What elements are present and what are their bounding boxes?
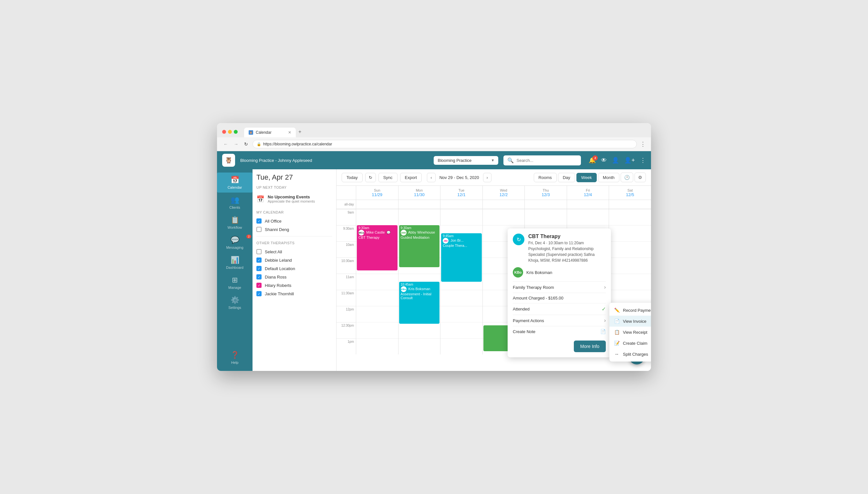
day-col-sun[interactable]: 9:30am MCa Mike Castle 💬 CBT Therapy: [356, 209, 398, 355]
checkbox-jackie[interactable]: ✓: [256, 291, 261, 296]
forward-btn[interactable]: →: [233, 140, 240, 148]
calendar-item-hilary[interactable]: ✓ Hilary Roberts: [256, 281, 332, 289]
visibility-btn[interactable]: 👁: [601, 157, 607, 164]
sidebar-item-messaging[interactable]: 💬 2 Messaging: [217, 233, 253, 253]
refresh-btn[interactable]: ↻: [365, 173, 376, 182]
notifications-btn[interactable]: 🔔 2: [589, 157, 596, 164]
event-kris-boksman-mon[interactable]: 10:45am KBo Kris Boksman Assessment - In…: [399, 282, 440, 324]
reload-btn[interactable]: ↻: [243, 140, 249, 148]
checkbox-all-office[interactable]: ✓: [256, 218, 261, 224]
maximize-window-btn[interactable]: [234, 130, 238, 134]
event-type: Guided Meditation: [401, 235, 438, 240]
time-1030am: 10:30am: [336, 258, 356, 274]
allday-sun: [356, 200, 398, 209]
settings-cal-btn[interactable]: ⚙: [634, 173, 646, 182]
sidebar-item-manage[interactable]: ⊞ Manage: [217, 273, 253, 293]
sidebar-label-workflow: Workflow: [227, 226, 242, 229]
checkbox-debbie[interactable]: ✓: [256, 258, 261, 263]
next-week-btn[interactable]: ›: [483, 173, 492, 182]
export-btn[interactable]: Export: [400, 173, 422, 182]
header-menu-btn[interactable]: ⋮: [640, 157, 646, 164]
new-tab-btn[interactable]: +: [296, 126, 304, 137]
sidebar-item-calendar[interactable]: 📅 Calendar: [217, 173, 253, 193]
calendar-item-debbie[interactable]: ✓ Debbie Leland: [256, 256, 332, 264]
dashboard-icon: 📊: [231, 256, 239, 264]
submenu-split-charges[interactable]: ↔️ Split Charges: [609, 348, 651, 360]
sidebar-item-help[interactable]: ❓ Help: [217, 348, 253, 368]
popup-amount-label: Amount Charged - $165.00: [513, 296, 564, 301]
checkbox-shanni-deng[interactable]: [256, 227, 261, 232]
prev-week-btn[interactable]: ‹: [427, 173, 435, 182]
checkbox-diana[interactable]: ✓: [256, 274, 261, 280]
address-bar[interactable]: 🔒 https://blooming.owlpractice.ca/calend…: [253, 140, 637, 148]
event-abby-winehouse[interactable]: 9:30am AWi Abby Winehouse Guided Meditat…: [399, 225, 440, 267]
app: 🦉 Blooming Practice - Johnny Appleseed B…: [217, 151, 651, 371]
back-btn[interactable]: ←: [222, 140, 229, 148]
tab-close-btn[interactable]: ✕: [288, 130, 291, 135]
checkbox-default-location[interactable]: ✓: [256, 266, 261, 271]
url-display: https://blooming.owlpractice.ca/calendar: [263, 142, 332, 146]
checkbox-hilary[interactable]: ✓: [256, 283, 261, 288]
calendar-item-all-office[interactable]: ✓ All Office: [256, 217, 332, 225]
add-user-btn[interactable]: 👤+: [624, 157, 635, 164]
submenu-label-view-receipt: View Receipt: [623, 330, 648, 335]
header-search[interactable]: 🔍: [504, 155, 581, 166]
submenu-create-claim[interactable]: 📝 Create Claim: [609, 338, 651, 348]
more-info-btn[interactable]: More Info: [574, 341, 606, 352]
submenu-view-receipt[interactable]: 📋 View Receipt: [609, 327, 651, 338]
calendar-item-default-location[interactable]: ✓ Default Location: [256, 264, 332, 273]
search-input[interactable]: [516, 158, 577, 163]
sidebar-item-clients[interactable]: 👥 Clients: [217, 193, 253, 213]
popup-payment-row[interactable]: Payment Actions ›: [513, 315, 606, 326]
rooms-btn[interactable]: Rooms: [534, 173, 557, 182]
up-next-label: Up Next Today: [256, 186, 332, 189]
submenu-record-payment[interactable]: ✏️ Record Payment: [609, 305, 651, 316]
minimize-window-btn[interactable]: [228, 130, 232, 134]
cal-scroll-body[interactable]: 9am 9:30am 10am 10:30am 11am 11:30am 12p…: [336, 209, 651, 371]
therapy-icon: ↻: [513, 233, 525, 245]
active-tab[interactable]: 🦉 Calendar ✕: [244, 128, 296, 137]
day-col-tue[interactable]: 9:45am JBr Jon Br... Couple Thera...: [440, 209, 482, 355]
popup-room-row[interactable]: Family Therapy Room ›: [513, 281, 606, 293]
today-btn[interactable]: Today: [342, 173, 363, 182]
clients-icon-btn[interactable]: 👤: [612, 157, 619, 164]
event-time: 9:30am: [401, 226, 438, 230]
practice-selector[interactable]: Blooming Practice ▼: [434, 156, 498, 165]
messaging-icon: 💬: [231, 236, 239, 244]
calendar-toolbar: Today ↻ Sync Export ‹ Nov 29 - Dec 5, 20…: [336, 169, 651, 186]
popup-note-row[interactable]: Create Note 📄: [513, 326, 606, 337]
time-1pm: 1pm: [336, 338, 356, 355]
checkbox-select-all[interactable]: [256, 249, 261, 254]
sidebar-item-settings[interactable]: ⚙️ Settings: [217, 293, 253, 313]
history-btn[interactable]: 🕐: [620, 173, 633, 182]
browser-menu-btn[interactable]: ⋮: [640, 140, 646, 148]
calendar-item-diana[interactable]: ✓ Diana Ross: [256, 273, 332, 281]
calendar-item-shanni-deng[interactable]: Shanni Deng: [256, 225, 332, 233]
submenu-label-create-claim: Create Claim: [623, 341, 648, 346]
event-mike-castle[interactable]: 9:30am MCa Mike Castle 💬 CBT Therapy: [357, 225, 397, 270]
week-btn[interactable]: Week: [576, 173, 597, 182]
submenu-view-invoice[interactable]: 📄 View Invoice: [609, 316, 651, 327]
popup-role: Psychologist, Family and Relationship Sp…: [528, 247, 594, 263]
cal-header-mon: Mon 11/30: [398, 186, 440, 200]
app-body: 📅 Calendar 👥 Clients 📋 Workflow 💬 2: [217, 169, 651, 371]
day-btn[interactable]: Day: [558, 173, 575, 182]
event-jon-br[interactable]: 9:45am JBr Jon Br... Couple Thera...: [441, 233, 482, 282]
close-window-btn[interactable]: [222, 130, 226, 134]
allday-sat: [609, 200, 651, 209]
month-btn[interactable]: Month: [598, 173, 619, 182]
time-1230pm: 12:30pm: [336, 322, 356, 338]
day-col-mon[interactable]: 9:30am AWi Abby Winehouse Guided Meditat…: [398, 209, 440, 355]
sidebar-item-workflow[interactable]: 📋 Workflow: [217, 213, 253, 233]
calendar-item-select-all[interactable]: Select All: [256, 247, 332, 256]
sync-btn[interactable]: Sync: [378, 173, 397, 182]
messaging-badge: 2: [246, 234, 251, 239]
calendar-name-shanni-deng: Shanni Deng: [265, 227, 289, 232]
header-actions: 🔔 2 👁 👤 👤+ ⋮: [589, 157, 646, 164]
sidebar-label-clients: Clients: [229, 206, 240, 209]
sidebar-item-dashboard[interactable]: 📊 Dashboard: [217, 253, 253, 273]
popup-subtitle: Fri, Dec 4 · 10:30am to 11:20am Psycholo…: [528, 240, 606, 263]
notification-badge: 2: [593, 155, 598, 160]
calendar-item-jackie[interactable]: ✓ Jackie Thornhill: [256, 289, 332, 298]
note-icon: 📄: [600, 329, 606, 334]
